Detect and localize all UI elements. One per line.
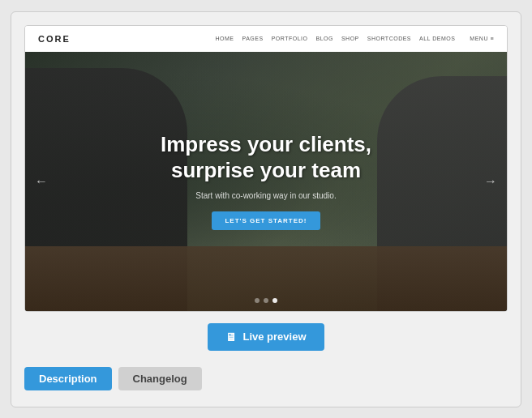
tab-changelog[interactable]: Changelog	[118, 367, 202, 390]
tab-area: Description Changelog	[24, 359, 508, 394]
dot-1[interactable]	[255, 298, 260, 303]
menu-icon[interactable]: MENU ≡	[470, 36, 494, 41]
dot-2[interactable]	[264, 298, 268, 303]
nav-item-portfolio[interactable]: PORTFOLIO	[272, 36, 308, 41]
site-nav: HOME PAGES PORTFOLIO BLOG SHOP SHORTCODE…	[216, 36, 494, 41]
slide-prev-arrow[interactable]: ←	[35, 174, 48, 189]
slide-dots	[255, 298, 277, 303]
nav-item-shop[interactable]: SHOP	[341, 36, 359, 41]
hero-subtitle: Start with co-working way in our studio.	[161, 191, 371, 200]
site-header: CORE HOME PAGES PORTFOLIO BLOG SHOP SHOR…	[25, 26, 507, 52]
slide-next-arrow[interactable]: →	[484, 174, 497, 189]
live-preview-button[interactable]: 🖥 Live preview	[208, 323, 324, 351]
site-logo: CORE	[38, 34, 71, 44]
nav-item-blog[interactable]: BLOG	[315, 36, 332, 41]
preview-button-area: 🖥 Live preview	[24, 312, 508, 359]
hero-title-line2: surprise your team	[161, 158, 371, 183]
nav-item-alldemons[interactable]: ALL DEMOS	[419, 36, 455, 41]
hero-cta-button[interactable]: LET'S GET STARTED!	[212, 211, 320, 230]
dot-3[interactable]	[272, 298, 277, 303]
nav-item-home[interactable]: HOME	[216, 36, 234, 41]
outer-container: CORE HOME PAGES PORTFOLIO BLOG SHOP SHOR…	[11, 11, 521, 407]
hero-title: Impress your clients, surprise your team	[161, 132, 371, 182]
nav-item-shortcodes[interactable]: SHORTCODES	[367, 36, 411, 41]
hero-area: ← → Impress your clients, surprise your …	[25, 52, 507, 311]
hero-title-line1: Impress your clients,	[161, 132, 371, 157]
tab-description[interactable]: Description	[24, 367, 112, 390]
monitor-icon: 🖥	[225, 331, 237, 343]
nav-item-pages[interactable]: PAGES	[242, 36, 264, 41]
live-preview-label: Live preview	[242, 331, 306, 343]
hero-content: Impress your clients, surprise your team…	[144, 132, 388, 229]
preview-frame: CORE HOME PAGES PORTFOLIO BLOG SHOP SHOR…	[24, 25, 508, 312]
